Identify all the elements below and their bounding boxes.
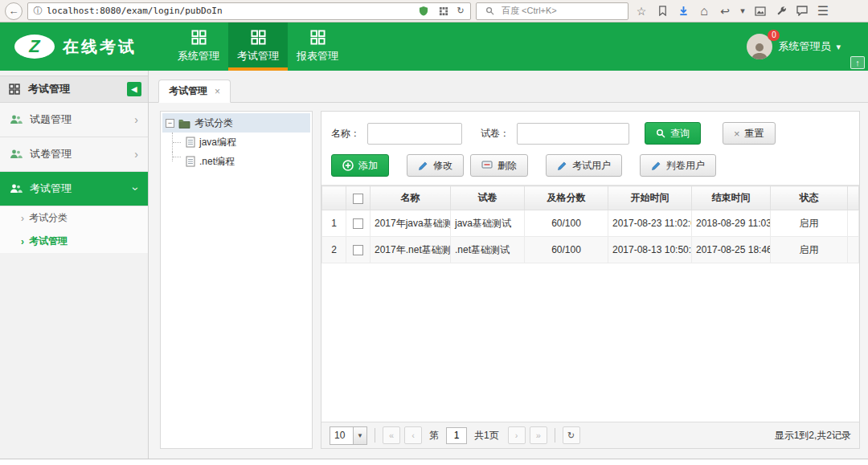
cell-status: 启用 bbox=[771, 210, 848, 237]
pencil-icon bbox=[651, 161, 661, 171]
edit-button[interactable]: 修改 bbox=[407, 154, 464, 177]
nav-item-system[interactable]: 系统管理 bbox=[169, 22, 228, 71]
nav-item-report[interactable]: 报表管理 bbox=[288, 22, 347, 71]
screenshot-icon[interactable] bbox=[752, 6, 768, 16]
nav-item-exam[interactable]: 考试管理 bbox=[228, 22, 288, 71]
grid-icon bbox=[190, 30, 207, 45]
next-page-button[interactable]: › bbox=[508, 426, 526, 444]
undo-caret-icon[interactable]: ▾ bbox=[738, 6, 747, 15]
add-button[interactable]: 添加 bbox=[331, 154, 389, 177]
cell-start: 2017-08-23 11:02:00 bbox=[608, 210, 692, 237]
nav-label: 系统管理 bbox=[178, 49, 219, 63]
pencil-icon bbox=[557, 161, 567, 171]
grid-header-row: 名称 试卷 及格分数 开始时间 结束时间 状态 bbox=[322, 186, 859, 210]
sidebar: 考试管理 ◀ 试题管理 › 试卷管理 › 考试管理 › › 考试分 bbox=[0, 71, 149, 459]
prev-page-button[interactable]: ‹ bbox=[404, 426, 422, 444]
sidebar-item-label: 考试管理 bbox=[30, 182, 72, 196]
cell-paper: java基础测试 bbox=[451, 210, 525, 237]
chevron-down-icon: ▼ bbox=[354, 426, 367, 445]
sidebar-collapse-button[interactable]: ◀ bbox=[127, 82, 141, 96]
column-header-status: 状态 bbox=[771, 186, 848, 210]
url-bar[interactable]: ⓘ localhost:8080/exam/login/pubDoIn ↻ bbox=[27, 2, 471, 20]
sidebar-item-label: 试题管理 bbox=[30, 112, 72, 127]
delete-button[interactable]: 删除 bbox=[470, 154, 528, 177]
exam-user-button[interactable]: 考试用户 bbox=[546, 154, 622, 177]
page-number-input[interactable] bbox=[446, 427, 467, 444]
close-icon[interactable]: × bbox=[215, 86, 220, 97]
browser-search[interactable]: 百度 <Ctrl+K> bbox=[476, 2, 628, 20]
scrollbar-spacer bbox=[848, 237, 859, 263]
star-icon[interactable]: ☆ bbox=[633, 6, 649, 17]
tree-node-dotnet[interactable]: .net编程 bbox=[162, 152, 310, 171]
reset-button[interactable]: × 重置 bbox=[723, 122, 776, 145]
reset-button-label: 重置 bbox=[745, 127, 764, 141]
row-select-cell bbox=[346, 210, 371, 237]
cell-name: 2017年java基础测试 bbox=[371, 210, 451, 237]
column-header-paper: 试卷 bbox=[451, 186, 525, 210]
tree-guide-line bbox=[172, 133, 182, 152]
panel-toggle[interactable]: ↑ bbox=[850, 56, 865, 69]
sidebar-item-exams[interactable]: 考试管理 › bbox=[0, 172, 148, 206]
content-area: 考试管理 × − 考试分类 java编程 bbox=[149, 71, 868, 459]
sidebar-subitem-exam-manage[interactable]: › 考试管理 bbox=[0, 230, 148, 253]
add-button-label: 添加 bbox=[358, 159, 378, 173]
bookmark-icon[interactable] bbox=[654, 6, 670, 16]
query-button[interactable]: 查询 bbox=[645, 122, 701, 145]
sidebar-item-papers[interactable]: 试卷管理 › bbox=[0, 137, 148, 172]
chevron-down-icon: ▾ bbox=[836, 42, 841, 52]
main-area: 考试管理 ◀ 试题管理 › 试卷管理 › 考试管理 › › 考试分 bbox=[0, 71, 868, 459]
last-page-button[interactable]: » bbox=[530, 426, 547, 444]
sidebar-subitem-exam-category[interactable]: › 考试分类 bbox=[0, 206, 148, 230]
back-button[interactable]: ← bbox=[5, 2, 23, 20]
download-icon[interactable] bbox=[675, 6, 691, 16]
menu-icon[interactable]: ☰ bbox=[815, 5, 831, 18]
sidebar-item-questions[interactable]: 试题管理 › bbox=[0, 103, 148, 137]
edit-button-label: 修改 bbox=[433, 159, 452, 173]
first-page-button[interactable]: « bbox=[383, 426, 400, 444]
select-all-checkbox[interactable] bbox=[353, 194, 363, 204]
tree-collapse-icon[interactable]: − bbox=[166, 119, 174, 128]
paper-input[interactable] bbox=[517, 123, 629, 145]
cell-score: 60/100 bbox=[525, 237, 608, 263]
tree-node-root[interactable]: − 考试分类 bbox=[162, 113, 310, 133]
qr-grid-icon[interactable] bbox=[436, 6, 452, 16]
chevron-expanded-icon: › bbox=[130, 187, 143, 191]
name-input[interactable] bbox=[367, 123, 462, 145]
grade-user-button-label: 判卷用户 bbox=[666, 159, 705, 173]
name-label: 名称： bbox=[331, 127, 360, 141]
delete-button-label: 删除 bbox=[497, 159, 517, 173]
top-nav: 系统管理 考试管理 报表管理 bbox=[169, 22, 347, 71]
search-form: 名称： 试卷： 查询 × 重置 bbox=[321, 112, 859, 153]
folder-icon bbox=[178, 118, 190, 128]
scrollbar-spacer bbox=[848, 186, 859, 210]
refresh-button[interactable]: ↻ bbox=[563, 426, 580, 444]
row-checkbox[interactable] bbox=[353, 245, 363, 255]
shield-icon[interactable] bbox=[416, 6, 432, 16]
grade-user-button[interactable]: 判卷用户 bbox=[640, 154, 716, 177]
chat-icon[interactable] bbox=[794, 6, 810, 16]
row-index: 1 bbox=[322, 210, 346, 237]
tree-node-java[interactable]: java编程 bbox=[162, 133, 310, 152]
undo-icon[interactable]: ↩ bbox=[717, 6, 733, 17]
content-body: − 考试分类 java编程 bbox=[149, 103, 868, 459]
app-logo: Z 在线考试 bbox=[0, 22, 169, 71]
data-grid: 名称 试卷 及格分数 开始时间 结束时间 状态 1 2017年java基础测试 bbox=[321, 185, 859, 422]
tab-bar: 考试管理 × bbox=[149, 71, 868, 103]
row-checkbox[interactable] bbox=[353, 218, 363, 229]
column-header-name: 名称 bbox=[371, 186, 451, 210]
page-footer bbox=[0, 459, 868, 465]
reload-icon[interactable]: ↻ bbox=[456, 6, 465, 15]
page-size-select[interactable]: 10 ▼ bbox=[330, 426, 367, 445]
pagination-bar: 10 ▼ « ‹ 第 共1页 › » ↻ 显示1到2,共2记录 bbox=[321, 422, 859, 448]
page-size-value: 10 bbox=[330, 426, 354, 445]
table-row[interactable]: 1 2017年java基础测试 java基础测试 60/100 2017-08-… bbox=[322, 210, 859, 237]
tools-icon[interactable] bbox=[773, 6, 789, 16]
nav-label: 考试管理 bbox=[237, 49, 279, 63]
tab-exam-manage[interactable]: 考试管理 × bbox=[158, 80, 231, 103]
column-header-score: 及格分数 bbox=[525, 186, 608, 210]
table-row[interactable]: 2 2017年.net基础测试 .net基础测试 60/100 2017-08-… bbox=[322, 237, 859, 263]
url-text[interactable]: localhost:8080/exam/login/pubDoIn bbox=[47, 6, 411, 16]
info-icon[interactable]: ⓘ bbox=[33, 6, 43, 15]
category-tree: − 考试分类 java编程 bbox=[160, 111, 313, 449]
home-icon[interactable]: ⌂ bbox=[696, 5, 712, 18]
